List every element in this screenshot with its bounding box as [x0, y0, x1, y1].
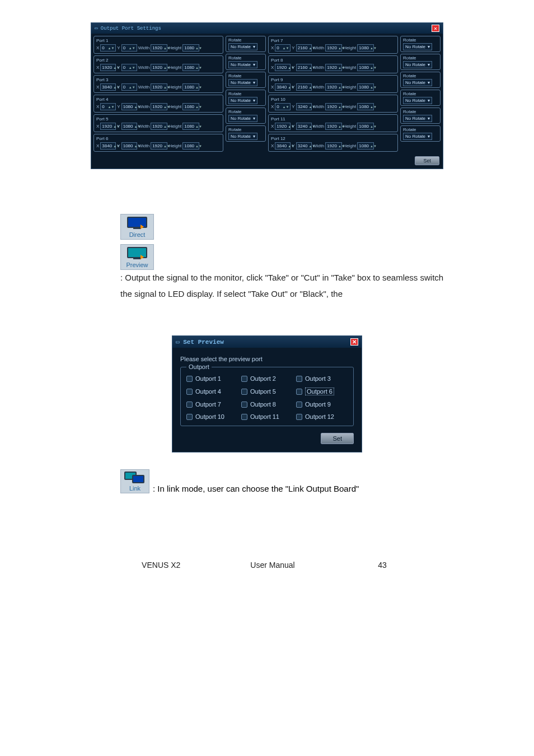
- spin-input[interactable]: 3240▲▼: [296, 103, 312, 110]
- spin-input[interactable]: 3840▲▼: [275, 83, 291, 91]
- spin-input[interactable]: 1080▲▼: [357, 103, 374, 110]
- rotate-select[interactable]: No Rotate▾: [228, 79, 257, 86]
- outport-option[interactable]: Outport 11: [241, 413, 293, 420]
- spin-input[interactable]: 0▲▼: [121, 44, 137, 52]
- sp-titlebar[interactable]: ▭ Set Preview ✕: [172, 336, 362, 348]
- spin-input[interactable]: 1920▲▼: [151, 103, 167, 110]
- spin-buttons[interactable]: ▲▼: [195, 86, 202, 88]
- outport-option[interactable]: Outport 10: [186, 413, 238, 420]
- spin-buttons[interactable]: ▲▼: [129, 67, 135, 69]
- spin-input[interactable]: 1920▲▼: [325, 142, 342, 150]
- spin-input[interactable]: 3840▲▼: [100, 142, 116, 150]
- rotate-select[interactable]: No Rotate▾: [403, 61, 432, 68]
- spin-buttons[interactable]: ▲▼: [107, 106, 114, 108]
- outport-option[interactable]: Outport 6: [296, 388, 348, 395]
- spin-input[interactable]: 1080▲▼: [182, 64, 199, 71]
- outport-option[interactable]: Outport 1: [186, 375, 238, 382]
- spin-buttons[interactable]: ▲▼: [195, 106, 202, 108]
- spin-input[interactable]: 1920▲▼: [325, 123, 342, 130]
- spin-input[interactable]: 0▲▼: [121, 64, 137, 71]
- checkbox-icon[interactable]: [241, 414, 247, 420]
- outport-option[interactable]: Outport 12: [296, 413, 348, 420]
- checkbox-icon[interactable]: [241, 389, 247, 395]
- ops-titlebar[interactable]: ▭ Output Port Settings ✕: [91, 23, 443, 34]
- spin-buttons[interactable]: ▲▼: [129, 86, 135, 88]
- spin-input[interactable]: 1920▲▼: [325, 64, 342, 71]
- spin-buttons[interactable]: ▲▼: [107, 47, 114, 49]
- spin-input[interactable]: 1080▲▼: [357, 123, 374, 130]
- spin-input[interactable]: 1080▲▼: [182, 123, 199, 130]
- spin-buttons[interactable]: ▲▼: [370, 106, 377, 108]
- checkbox-icon[interactable]: [186, 376, 193, 382]
- spin-input[interactable]: 2160▲▼: [296, 64, 312, 71]
- spin-input[interactable]: 1080▲▼: [357, 64, 374, 71]
- checkbox-icon[interactable]: [296, 376, 302, 382]
- spin-input[interactable]: 1080▲▼: [182, 83, 199, 91]
- spin-buttons[interactable]: ▲▼: [195, 47, 202, 49]
- outport-option[interactable]: Outport 7: [186, 401, 238, 408]
- rotate-select[interactable]: No Rotate▾: [403, 43, 432, 50]
- spin-input[interactable]: 1920▲▼: [151, 64, 167, 71]
- rotate-select[interactable]: No Rotate▾: [403, 115, 432, 122]
- spin-buttons[interactable]: ▲▼: [370, 125, 377, 128]
- rotate-select[interactable]: No Rotate▾: [403, 133, 432, 140]
- rotate-select[interactable]: No Rotate▾: [403, 97, 432, 104]
- spin-input[interactable]: 1920▲▼: [100, 123, 116, 130]
- direct-toolbar-icon[interactable]: Direct: [120, 214, 154, 240]
- spin-input[interactable]: 0▲▼: [100, 44, 116, 52]
- checkbox-icon[interactable]: [241, 376, 247, 382]
- outport-option[interactable]: Outport 9: [296, 401, 348, 408]
- spin-input[interactable]: 0▲▼: [275, 44, 291, 52]
- spin-buttons[interactable]: ▲▼: [282, 47, 289, 49]
- outport-option[interactable]: Outport 5: [241, 388, 293, 395]
- spin-input[interactable]: 3840▲▼: [275, 142, 291, 150]
- outport-option[interactable]: Outport 2: [241, 375, 293, 382]
- spin-input[interactable]: 2160▲▼: [296, 83, 312, 91]
- rotate-select[interactable]: No Rotate▾: [228, 43, 257, 50]
- rotate-select[interactable]: No Rotate▾: [228, 133, 257, 140]
- checkbox-icon[interactable]: [296, 402, 302, 408]
- checkbox-icon[interactable]: [186, 389, 193, 395]
- spin-input[interactable]: 1920▲▼: [151, 83, 167, 91]
- spin-input[interactable]: 1920▲▼: [325, 44, 342, 52]
- rotate-select[interactable]: No Rotate▾: [228, 61, 257, 68]
- outport-option[interactable]: Outport 3: [296, 375, 348, 382]
- spin-input[interactable]: 1080▲▼: [121, 103, 137, 110]
- spin-input[interactable]: 1080▲▼: [121, 123, 137, 130]
- spin-buttons[interactable]: ▲▼: [370, 67, 377, 69]
- spin-input[interactable]: 1080▲▼: [182, 44, 199, 52]
- spin-input[interactable]: 0▲▼: [100, 103, 116, 110]
- spin-buttons[interactable]: ▲▼: [370, 145, 377, 147]
- spin-input[interactable]: 1080▲▼: [182, 142, 199, 150]
- spin-input[interactable]: 1080▲▼: [357, 142, 374, 150]
- spin-input[interactable]: 2160▲▼: [296, 44, 312, 52]
- spin-buttons[interactable]: ▲▼: [195, 145, 202, 147]
- spin-buttons[interactable]: ▲▼: [370, 86, 377, 88]
- close-icon[interactable]: ✕: [350, 338, 358, 346]
- preview-toolbar-icon[interactable]: Preview: [120, 244, 154, 270]
- rotate-select[interactable]: No Rotate▾: [228, 97, 257, 104]
- rotate-select[interactable]: No Rotate▾: [228, 115, 257, 122]
- spin-input[interactable]: 0▲▼: [121, 83, 137, 91]
- spin-buttons[interactable]: ▲▼: [129, 47, 135, 49]
- spin-input[interactable]: 1080▲▼: [121, 142, 137, 150]
- spin-input[interactable]: 1920▲▼: [275, 64, 291, 71]
- spin-input[interactable]: 3240▲▼: [296, 142, 312, 150]
- spin-input[interactable]: 1920▲▼: [151, 123, 167, 130]
- spin-input[interactable]: 1080▲▼: [357, 83, 374, 91]
- spin-input[interactable]: 0▲▼: [275, 103, 291, 110]
- spin-input[interactable]: 3240▲▼: [296, 123, 312, 130]
- checkbox-icon[interactable]: [186, 414, 193, 420]
- outport-option[interactable]: Outport 4: [186, 388, 238, 395]
- spin-buttons[interactable]: ▲▼: [195, 67, 202, 69]
- spin-input[interactable]: 1080▲▼: [357, 44, 374, 52]
- spin-input[interactable]: 1920▲▼: [325, 103, 342, 110]
- spin-buttons[interactable]: ▲▼: [282, 106, 289, 108]
- ops-set-button[interactable]: Set: [415, 156, 439, 165]
- spin-input[interactable]: 1920▲▼: [100, 64, 116, 71]
- spin-input[interactable]: 1920▲▼: [325, 83, 342, 91]
- rotate-select[interactable]: No Rotate▾: [403, 79, 432, 86]
- checkbox-icon[interactable]: [241, 402, 247, 408]
- link-toolbar-icon[interactable]: Link: [120, 469, 149, 493]
- checkbox-icon[interactable]: [186, 402, 193, 408]
